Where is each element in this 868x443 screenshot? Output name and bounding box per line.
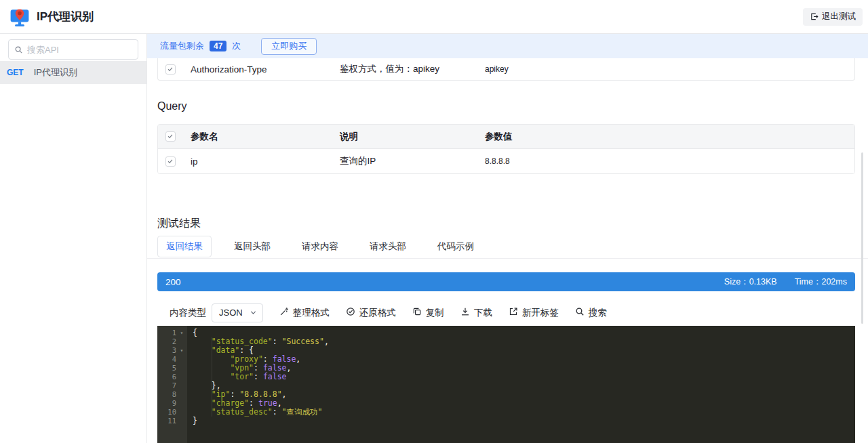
- toolbar-button-搜索[interactable]: 搜索: [575, 307, 607, 319]
- exit-test-button[interactable]: 退出测试: [803, 8, 863, 26]
- column-header-desc: 说明: [332, 131, 477, 143]
- line-number: 4: [157, 355, 176, 364]
- header-params-table: Authorization-Type鉴权方式，值为：apikeyapikey: [157, 58, 855, 81]
- toolbar-button-还原格式[interactable]: 还原格式: [346, 307, 396, 319]
- line-number: 5: [157, 364, 176, 373]
- check-icon: [167, 131, 174, 142]
- toolbar-button-新开标签[interactable]: 新开标签: [509, 307, 559, 319]
- line-number: 9: [157, 399, 176, 408]
- line-number: 7: [157, 381, 176, 390]
- toolbar-button-label: 整理格式: [293, 307, 330, 319]
- quota-unit: 次: [232, 40, 241, 52]
- column-header-name: 参数名: [182, 131, 332, 143]
- response-meta: Size：0.13KB Time：202ms: [724, 276, 847, 288]
- json-editor[interactable]: 1▾{2 "status_code": "Success",3▾ "data":…: [157, 326, 855, 443]
- param-name-cell: ip: [182, 156, 332, 167]
- table-header-row: 参数名说明参数值: [158, 125, 854, 149]
- fold-spacer: [176, 355, 187, 364]
- fold-spacer: [176, 364, 187, 373]
- format-icon: [279, 307, 289, 318]
- result-section-title: 测试结果: [157, 217, 201, 231]
- code-line: 6 "tor": false: [157, 373, 855, 381]
- fold-spacer: [176, 381, 187, 390]
- fold-spacer: [176, 408, 187, 417]
- table-row: Authorization-Type鉴权方式，值为：apikeyapikey: [157, 58, 855, 81]
- line-number: 10: [157, 408, 176, 417]
- content-type-value: JSON: [219, 308, 243, 318]
- toolbar-button-label: 还原格式: [359, 307, 396, 319]
- content-scroll-area: Authorization-Type鉴权方式，值为：apikeyapikey Q…: [147, 58, 868, 443]
- content-type-select[interactable]: JSON: [212, 303, 263, 322]
- fold-spacer: [176, 399, 187, 408]
- fold-arrow-icon[interactable]: ▾: [176, 329, 187, 337]
- tab-返回头部[interactable]: 返回头部: [225, 236, 279, 257]
- api-method-label: GET: [7, 68, 24, 77]
- toolbar-button-下载[interactable]: 下载: [460, 307, 492, 319]
- page-header: IP代理识别 退出测试: [0, 0, 868, 34]
- editor-toolbar: 内容类型 JSON 整理格式还原格式复制下载新开标签搜索: [157, 299, 855, 326]
- param-value-cell: apikey: [477, 64, 854, 74]
- logout-icon: [810, 12, 818, 21]
- checkbox-cell: [158, 131, 182, 142]
- result-tabs: 返回结果返回头部请求内容请求头部代码示例: [157, 235, 483, 258]
- code-line: 2 "status_code": "Success",: [157, 337, 855, 346]
- sidebar-item-api[interactable]: GETIP代理识别: [0, 61, 146, 84]
- param-desc-cell: 鉴权方式，值为：apikey: [332, 63, 477, 75]
- fold-arrow-icon[interactable]: ▾: [176, 346, 187, 355]
- fold-spacer: [176, 373, 187, 381]
- download-icon: [460, 307, 470, 318]
- search-icon: [14, 45, 23, 54]
- line-number: 6: [157, 373, 176, 381]
- checkbox-cell: [158, 156, 182, 167]
- checkbox[interactable]: [165, 131, 176, 142]
- status-code: 200: [165, 277, 181, 287]
- code-line: 11}: [157, 417, 855, 425]
- code-line: 10 "status_desc": "查询成功": [157, 408, 855, 417]
- tab-代码示例[interactable]: 代码示例: [429, 236, 483, 257]
- line-number: 11: [157, 417, 176, 425]
- tab-请求内容[interactable]: 请求内容: [293, 236, 347, 257]
- api-list: GETIP代理识别: [0, 61, 146, 84]
- buy-now-button[interactable]: 立即购买: [261, 38, 317, 55]
- line-number: 3: [157, 346, 176, 355]
- response-status-bar: 200 Size：0.13KB Time：202ms: [157, 272, 855, 291]
- line-number: 1: [157, 329, 176, 337]
- query-section-title: Query: [157, 100, 187, 112]
- search-api-box: [8, 39, 138, 60]
- param-value-cell: 8.8.8.8: [477, 156, 854, 166]
- toolbar-button-label: 复制: [426, 307, 444, 319]
- quota-label: 流量包剩余: [160, 40, 204, 52]
- column-header-value: 参数值: [477, 131, 854, 143]
- code-text: "status_desc": "查询成功": [187, 408, 322, 417]
- toolbar-button-整理格式[interactable]: 整理格式: [279, 307, 330, 319]
- quota-count-badge: 47: [210, 41, 226, 51]
- checkbox[interactable]: [165, 64, 176, 75]
- content-type-label: 内容类型: [170, 307, 206, 319]
- fold-spacer: [176, 417, 187, 425]
- param-name-cell: Authorization-Type: [182, 64, 332, 75]
- quota-bar: 流量包剩余 47 次 立即购买: [147, 34, 868, 58]
- search-icon: [575, 307, 585, 318]
- restore-icon: [346, 307, 355, 318]
- search-api-input[interactable]: [27, 45, 132, 55]
- code-text: }: [187, 417, 197, 425]
- copy-icon: [412, 307, 422, 318]
- line-number: 8: [157, 390, 176, 399]
- toolbar-button-复制[interactable]: 复制: [412, 307, 444, 319]
- new-tab-icon: [509, 307, 518, 318]
- query-params-table: 参数名说明参数值ip查询的IP8.8.8.8: [157, 124, 855, 174]
- toolbar-button-label: 下载: [474, 307, 492, 319]
- line-number: 2: [157, 337, 176, 346]
- checkbox[interactable]: [165, 156, 176, 167]
- checkbox-cell: [158, 64, 182, 75]
- tab-返回结果[interactable]: 返回结果: [157, 236, 212, 257]
- api-item-label: IP代理识别: [34, 66, 77, 79]
- toolbar-button-label: 新开标签: [522, 307, 559, 319]
- page-scrollbar[interactable]: [861, 152, 863, 324]
- toolbar-button-label: 搜索: [589, 307, 607, 319]
- response-time: Time：202ms: [795, 276, 847, 288]
- tabs-divider: [147, 258, 868, 259]
- tab-请求头部[interactable]: 请求头部: [361, 236, 415, 257]
- check-icon: [167, 156, 174, 167]
- editor-lines: 1▾{2 "status_code": "Success",3▾ "data":…: [157, 326, 855, 425]
